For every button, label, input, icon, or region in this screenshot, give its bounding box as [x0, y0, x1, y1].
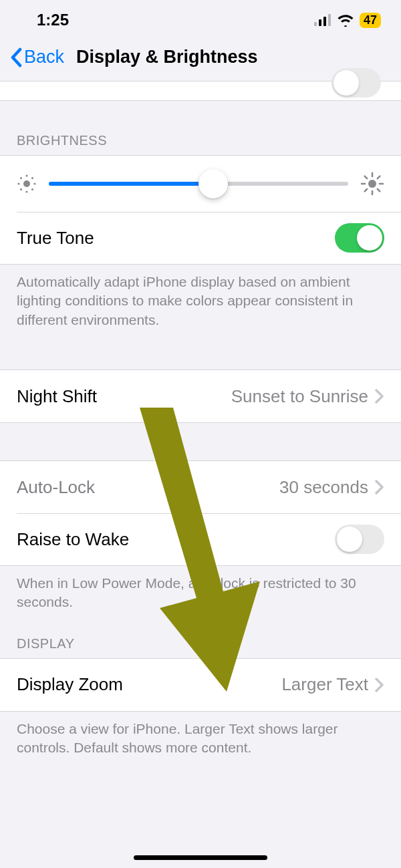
autolock-group: Auto-Lock 30 seconds Raise to Wake	[0, 460, 401, 566]
sun-min-icon	[17, 174, 37, 194]
auto-lock-footer: When in Low Power Mode, auto-lock is res…	[0, 566, 401, 612]
brightness-group: True Tone	[0, 155, 401, 265]
display-zoom-label: Display Zoom	[17, 674, 123, 695]
raise-to-wake-toggle[interactable]	[335, 525, 384, 554]
night-shift-label: Night Shift	[17, 386, 97, 407]
svg-rect-0	[314, 22, 317, 26]
auto-lock-label: Auto-Lock	[17, 477, 95, 498]
true-tone-label: True Tone	[17, 228, 94, 249]
svg-point-6	[25, 190, 27, 192]
display-zoom-value: Larger Text	[281, 674, 368, 695]
slider-thumb[interactable]	[198, 169, 228, 198]
display-group: Display Zoom Larger Text	[0, 658, 401, 712]
chevron-right-icon	[375, 389, 384, 404]
previous-toggle[interactable]	[331, 68, 381, 98]
svg-line-18	[365, 176, 368, 179]
chevron-right-icon	[375, 480, 384, 494]
brightness-slider[interactable]	[49, 182, 348, 186]
status-bar: 1:25 47	[0, 0, 401, 40]
svg-point-4	[23, 180, 30, 187]
status-right: 47	[314, 13, 381, 28]
svg-line-19	[378, 189, 380, 192]
svg-line-20	[365, 189, 368, 192]
svg-point-13	[368, 180, 376, 188]
wifi-icon	[337, 13, 354, 27]
night-shift-row[interactable]: Night Shift Sunset to Sunrise	[0, 370, 401, 422]
partial-previous-row	[0, 81, 401, 101]
raise-to-wake-row: Raise to Wake	[0, 513, 401, 565]
svg-line-21	[378, 176, 380, 179]
night-shift-group: Night Shift Sunset to Sunrise	[0, 370, 401, 423]
svg-point-11	[20, 188, 22, 190]
display-zoom-row[interactable]: Display Zoom Larger Text	[0, 659, 401, 711]
status-time: 1:25	[37, 11, 69, 29]
auto-lock-row[interactable]: Auto-Lock 30 seconds	[0, 461, 401, 513]
svg-point-8	[33, 182, 35, 184]
auto-lock-value: 30 seconds	[279, 477, 368, 498]
true-tone-row: True Tone	[0, 212, 401, 264]
section-header-brightness: BRIGHTNESS	[0, 101, 401, 155]
svg-rect-2	[323, 17, 326, 26]
true-tone-footer: Automatically adapt iPhone display based…	[0, 265, 401, 329]
home-indicator[interactable]	[134, 855, 267, 860]
raise-to-wake-label: Raise to Wake	[17, 529, 129, 550]
svg-point-9	[20, 177, 22, 179]
svg-point-7	[17, 182, 19, 184]
battery-level: 47	[360, 13, 381, 28]
section-header-display: DISPLAY	[0, 612, 401, 658]
brightness-slider-row	[0, 156, 401, 212]
page-title: Display & Brightness	[76, 47, 258, 67]
true-tone-toggle[interactable]	[335, 223, 384, 253]
svg-point-5	[25, 174, 27, 176]
svg-rect-1	[319, 19, 321, 26]
chevron-right-icon	[375, 678, 384, 692]
sun-max-icon	[360, 172, 384, 196]
cellular-icon	[314, 14, 331, 26]
chevron-left-icon	[9, 47, 23, 67]
night-shift-value: Sunset to Sunrise	[231, 386, 368, 407]
back-label: Back	[24, 47, 64, 67]
svg-point-10	[31, 177, 33, 179]
slider-fill	[49, 182, 213, 186]
display-zoom-footer: Choose a view for iPhone. Larger Text sh…	[0, 712, 401, 758]
svg-rect-3	[328, 14, 331, 26]
back-button[interactable]: Back	[9, 47, 64, 67]
svg-point-12	[31, 188, 33, 190]
